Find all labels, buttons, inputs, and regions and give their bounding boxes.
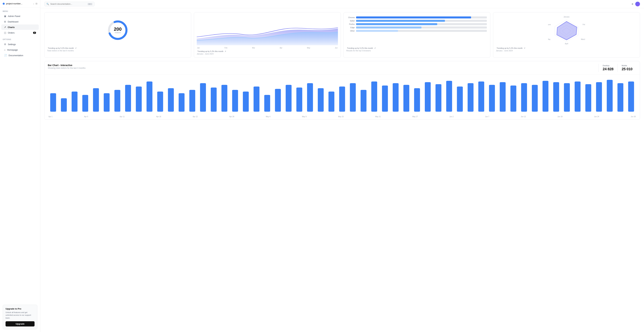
layout-icon[interactable]: ⊟ xyxy=(36,2,38,5)
bar-x-label: Apr 28 xyxy=(229,116,234,118)
svg-rect-37 xyxy=(307,83,313,112)
svg-rect-52 xyxy=(468,83,474,112)
svg-rect-57 xyxy=(521,83,527,112)
sidebar-item-orders[interactable]: ◫ Orders 2 xyxy=(1,30,39,36)
dashboard-icon: ⊞ xyxy=(4,20,6,23)
sidebar-item-settings[interactable]: ⚙ Settings xyxy=(1,42,39,47)
svg-rect-62 xyxy=(574,82,580,112)
radar-card: January February March April May June xyxy=(493,12,640,58)
theme-toggle-icon[interactable]: ☀ xyxy=(631,2,634,6)
hbar-label-firefox: Firefox xyxy=(347,23,355,25)
hbar-fill-safari xyxy=(356,20,445,22)
svg-rect-48 xyxy=(425,82,431,112)
hbar-row-chrome: Chrome xyxy=(347,16,487,18)
svg-rect-31 xyxy=(243,92,249,112)
svg-rect-63 xyxy=(585,84,591,112)
svg-rect-21 xyxy=(136,86,142,112)
hbar-track-other xyxy=(356,30,487,32)
sidebar-item-label: Dashboard xyxy=(8,20,18,23)
svg-rect-44 xyxy=(382,86,388,112)
bar-x-label: Jun 24 xyxy=(594,116,599,118)
svg-rect-60 xyxy=(553,82,559,112)
logo-dot xyxy=(3,3,5,5)
documentation-icon: 📄 xyxy=(4,54,7,57)
sidebar-bottom: Upgrade to Pro Unlock all features and g… xyxy=(0,302,40,332)
bar-chart-title: Bar Chart - Interactive xyxy=(48,64,598,66)
svg-text:April: April xyxy=(565,43,568,44)
bar-x-label: May 27 xyxy=(412,116,418,118)
bar-chart-header: Bar Chart - Interactive Showing total vi… xyxy=(44,61,640,75)
svg-rect-47 xyxy=(414,88,420,112)
sidebar: project-number... ⌄ ⊟ MENU ▣ Admin Panel… xyxy=(0,0,40,332)
x-label-feb: Feb xyxy=(224,47,227,49)
search-box[interactable]: 🔍 ⌘ K xyxy=(44,2,94,6)
menu-section: MENU ▣ Admin Panel ⊞ Dashboard ↗ Charts … xyxy=(0,8,40,36)
sidebar-item-documentation[interactable]: 📄 Documentation xyxy=(1,53,39,58)
hbar-track-firefox xyxy=(356,23,487,25)
sidebar-item-homepage[interactable]: ⌂ Homepage xyxy=(1,47,39,52)
desktop-stat: Desktop 24 828 xyxy=(598,64,617,72)
bar-chart-interactive-card: Bar Chart - Interactive Showing total vi… xyxy=(44,61,640,120)
orders-icon: ◫ xyxy=(4,31,6,34)
svg-rect-19 xyxy=(114,90,120,112)
bar-x-label: Jun 18 xyxy=(558,116,562,118)
svg-rect-35 xyxy=(286,85,292,112)
donut-value: 200 xyxy=(114,27,122,32)
area-chart-area xyxy=(197,15,338,45)
svg-rect-24 xyxy=(168,88,174,112)
svg-rect-26 xyxy=(189,90,195,112)
card1-sub: Total visitors in the last 6 months xyxy=(47,50,188,52)
svg-rect-54 xyxy=(489,85,495,112)
upgrade-card-title: Upgrade to Pro xyxy=(6,308,34,310)
svg-rect-46 xyxy=(403,85,409,112)
card4-sub: January - June 2024 xyxy=(496,50,637,52)
card1-trend: Trending up by 5.2% this month ↗ xyxy=(47,47,188,49)
svg-rect-18 xyxy=(104,93,110,112)
sidebar-item-dashboard[interactable]: ⊞ Dashboard xyxy=(1,19,39,24)
svg-rect-27 xyxy=(200,83,206,112)
svg-rect-58 xyxy=(532,85,538,112)
svg-marker-12 xyxy=(557,22,577,40)
bar-x-label: Jun 7 xyxy=(485,116,489,118)
donut-chart-area: 200 Visitors xyxy=(47,15,188,45)
bar-x-label: Jun 12 xyxy=(521,116,526,118)
sidebar-item-label: Charts xyxy=(8,26,14,28)
bar-x-label: May 15 xyxy=(338,116,344,118)
desktop-value: 24 828 xyxy=(602,67,613,71)
topbar: 🔍 ⌘ K ☀ xyxy=(40,0,644,8)
svg-rect-38 xyxy=(318,88,324,112)
sidebar-item-charts[interactable]: ↗ Charts xyxy=(1,24,39,30)
chevron-icon[interactable]: ⌄ xyxy=(33,2,34,5)
bar-x-label: Apr 16 xyxy=(156,116,161,118)
mobile-stat: Mobile 25 010 xyxy=(618,64,636,72)
sidebar-item-label: Documentation xyxy=(8,54,23,57)
svg-rect-17 xyxy=(93,88,99,112)
interactive-bar-svg xyxy=(48,78,636,112)
svg-rect-16 xyxy=(82,95,88,112)
upgrade-card-desc: Unlock all features and get unlimited ac… xyxy=(6,311,34,320)
charts-icon: ↗ xyxy=(4,26,6,28)
hbar-row-other: Other xyxy=(347,30,487,32)
homepage-icon: ⌂ xyxy=(4,48,5,51)
donut-center: 200 Visitors xyxy=(114,27,122,34)
svg-rect-13 xyxy=(50,93,56,112)
avatar[interactable] xyxy=(635,2,640,6)
upgrade-button[interactable]: Upgrade xyxy=(6,321,34,326)
orders-badge: 2 xyxy=(33,32,36,34)
donut-label: Visitors xyxy=(114,32,122,34)
svg-text:May: May xyxy=(548,38,550,40)
hbar-track-chrome xyxy=(356,16,487,18)
hbar-fill-firefox xyxy=(356,23,437,25)
bar-chart-subtitle: Showing total visitors for the last 3 mo… xyxy=(48,67,598,69)
sidebar-item-label: Admin Panel xyxy=(8,15,20,18)
sidebar-item-admin-panel[interactable]: ▣ Admin Panel xyxy=(1,14,39,19)
mobile-label: Mobile xyxy=(622,64,632,66)
svg-text:March: March xyxy=(581,38,585,40)
svg-rect-22 xyxy=(146,82,152,112)
hbar-row-edge: Edge xyxy=(347,26,487,28)
search-input[interactable] xyxy=(50,3,86,5)
hbar-label-safari: Safari xyxy=(347,20,355,22)
hbar-fill-edge xyxy=(356,26,422,28)
hbar-label-edge: Edge xyxy=(347,26,355,28)
svg-rect-66 xyxy=(618,83,623,112)
